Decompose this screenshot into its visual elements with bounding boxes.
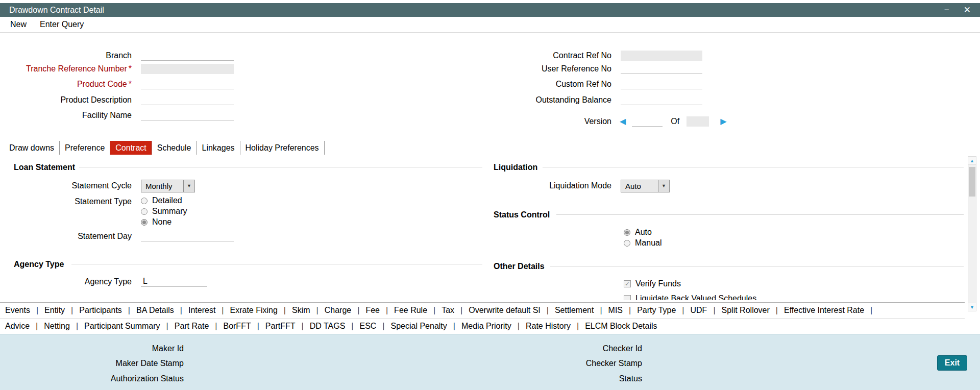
version-next-icon[interactable]: ▶ [720,117,726,126]
statement-cycle-select[interactable]: Monthly ▼ [141,180,195,192]
radio-none-label: None [152,217,172,227]
tab-contract[interactable]: Contract [110,141,152,155]
version-of-input[interactable] [687,116,709,127]
radio-detailed[interactable] [141,198,148,204]
tranche-ref-input[interactable] [141,64,234,74]
close-icon[interactable]: ✕ [964,6,971,14]
menubar: New Enter Query [0,17,980,33]
tab-schedule[interactable]: Schedule [152,141,197,155]
action-link[interactable]: Entity [44,306,79,315]
radio-summary[interactable] [141,208,148,215]
action-link[interactable]: Fee [365,306,394,315]
radio-summary-label: Summary [152,207,187,216]
action-link[interactable]: Events [5,306,44,315]
action-link[interactable]: Charge [325,306,366,315]
radio-none[interactable] [141,219,148,226]
agency-type-title: Agency Type [14,260,64,269]
checkbox-verify-funds[interactable]: ✓ [624,280,631,287]
action-link[interactable]: Overwrite default SI [469,306,555,315]
statement-type-label: Statement Type [0,197,132,206]
dropdown-arrow-icon[interactable]: ▼ [658,180,669,192]
tab-preference[interactable]: Preference [60,141,110,155]
action-link[interactable]: Skim [292,306,325,315]
action-link[interactable]: DD TAGS [310,322,360,331]
action-link[interactable]: BA Details [136,306,188,315]
custom-ref-row: Custom Ref No [378,78,702,90]
status-option-auto: Auto [624,227,652,238]
radio-status-manual[interactable] [624,240,630,247]
statement-cycle-value: Monthly [141,180,183,192]
action-link[interactable]: ESC [359,322,390,331]
action-link[interactable]: Rate History [526,322,585,331]
radio-status-manual-label: Manual [635,238,662,248]
dropdown-arrow-icon[interactable]: ▼ [183,180,194,192]
action-link[interactable]: Advice [5,322,44,331]
menu-enter-query[interactable]: Enter Query [40,20,84,29]
required-asterisk: * [129,80,132,88]
action-link[interactable]: UDF [691,306,722,315]
liquidation-mode-select[interactable]: Auto ▼ [621,180,670,192]
action-link[interactable]: Participants [79,306,136,315]
scrollbar-thumb[interactable] [969,167,975,197]
user-ref-row: User Reference No [378,63,702,75]
drawdown-contract-window: Drawdown Contract Detail − ✕ New Enter Q… [0,0,980,390]
footer: Maker Id Maker Date Stamp Authorization … [0,334,980,390]
checkbox-liquidate-back-valued[interactable] [624,295,631,300]
tranche-ref-row: Tranche Reference Number* [0,63,234,75]
action-link[interactable]: Settlement [555,306,608,315]
product-code-row: Product Code* [0,78,234,90]
action-link[interactable]: Party Type [637,306,690,315]
contract-ref-input[interactable] [621,51,702,61]
version-input[interactable] [632,116,663,127]
content-scrollbar[interactable]: ▲ ▼ [968,156,976,311]
action-link[interactable]: Tax [442,306,469,315]
action-link[interactable]: Media Priority [461,322,526,331]
outstanding-balance-input[interactable] [621,95,702,105]
tab-linkages[interactable]: Linkages [197,141,240,155]
scroll-down-icon[interactable]: ▼ [968,303,976,311]
radio-status-auto[interactable] [624,229,630,236]
tab-holiday-preferences[interactable]: Holiday Preferences [240,141,325,155]
tab-bar: Draw downs Preference Contract Schedule … [4,141,325,155]
tab-draw-downs[interactable]: Draw downs [4,141,60,155]
scroll-up-icon[interactable]: ▲ [968,157,976,165]
version-prev-icon[interactable]: ◀ [620,117,626,126]
checkbox-verify-funds-label: Verify Funds [635,279,681,288]
action-links-row-2: AdviceNettingParticipant SummaryPart Rat… [0,318,965,334]
exit-button[interactable]: Exit [937,355,967,371]
action-link[interactable]: Effective Interest Rate [784,306,878,315]
authorization-status-label: Authorization Status [0,374,184,383]
action-link[interactable]: MIS [608,306,638,315]
action-link[interactable]: PartFFT [265,322,310,331]
menu-new[interactable]: New [10,20,27,29]
action-link[interactable]: Split Rollover [722,306,784,315]
action-link[interactable]: Part Rate [175,322,224,331]
statement-day-input[interactable] [141,231,234,241]
action-link[interactable]: BorFFT [223,322,265,331]
action-link[interactable]: Interest [188,306,230,315]
branch-row: Branch [0,50,234,62]
statement-day-row: Statement Day [0,231,234,242]
tranche-ref-label-text: Tranche Reference Number [26,64,127,73]
branch-input[interactable] [141,51,234,61]
product-code-input[interactable] [141,79,234,89]
action-link[interactable]: Special Penalty [391,322,461,331]
action-link[interactable]: Netting [44,322,84,331]
action-link[interactable]: ELCM Block Details [585,322,657,331]
agency-type-input[interactable]: L [141,277,207,287]
action-link[interactable]: Fee Rule [394,306,442,315]
custom-ref-input[interactable] [621,79,702,89]
statement-cycle-row: Statement Cycle Monthly ▼ [0,180,195,191]
action-link[interactable]: Participant Summary [84,322,175,331]
user-ref-input[interactable] [621,64,702,74]
product-desc-label: Product Description [0,95,132,105]
facility-name-input[interactable] [141,110,234,120]
status-option-manual: Manual [624,237,662,249]
tranche-ref-label: Tranche Reference Number* [0,64,132,74]
product-desc-input[interactable] [141,95,234,105]
minimize-icon[interactable]: − [944,6,949,14]
version-of-label: Of [671,117,679,126]
action-links-row-1: EventsEntityParticipantsBA DetailsIntere… [0,302,965,318]
statement-cycle-label: Statement Cycle [0,181,132,190]
action-link[interactable]: Exrate Fixing [230,306,292,315]
